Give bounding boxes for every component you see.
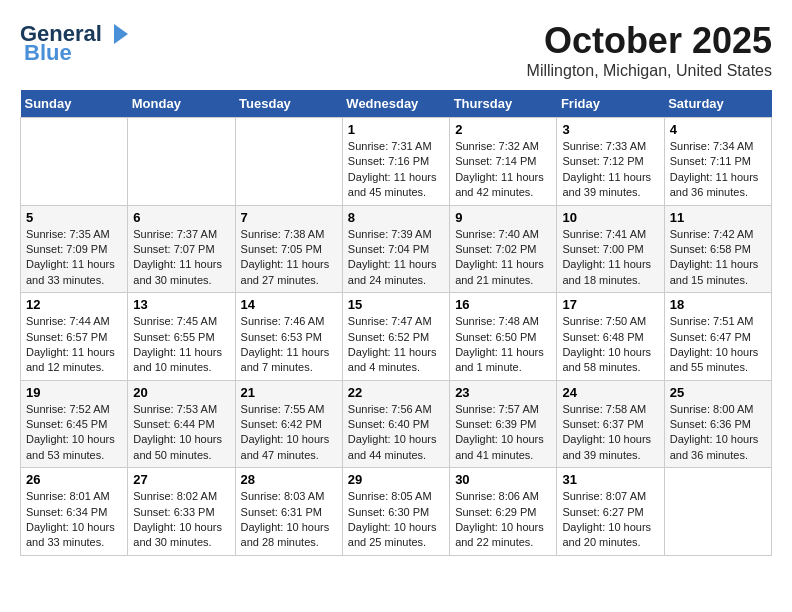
cell-content: Sunrise: 7:48 AM Sunset: 6:50 PM Dayligh…	[455, 314, 551, 376]
calendar-cell: 13Sunrise: 7:45 AM Sunset: 6:55 PM Dayli…	[128, 293, 235, 381]
cell-content: Sunrise: 7:50 AM Sunset: 6:48 PM Dayligh…	[562, 314, 658, 376]
calendar-cell: 23Sunrise: 7:57 AM Sunset: 6:39 PM Dayli…	[450, 380, 557, 468]
calendar-cell: 22Sunrise: 7:56 AM Sunset: 6:40 PM Dayli…	[342, 380, 449, 468]
cell-content: Sunrise: 7:32 AM Sunset: 7:14 PM Dayligh…	[455, 139, 551, 201]
day-header-saturday: Saturday	[664, 90, 771, 118]
cell-content: Sunrise: 8:07 AM Sunset: 6:27 PM Dayligh…	[562, 489, 658, 551]
cell-content: Sunrise: 7:46 AM Sunset: 6:53 PM Dayligh…	[241, 314, 337, 376]
day-number: 30	[455, 472, 551, 487]
day-number: 8	[348, 210, 444, 225]
day-number: 22	[348, 385, 444, 400]
calendar-week-5: 26Sunrise: 8:01 AM Sunset: 6:34 PM Dayli…	[21, 468, 772, 556]
cell-content: Sunrise: 7:39 AM Sunset: 7:04 PM Dayligh…	[348, 227, 444, 289]
cell-content: Sunrise: 7:35 AM Sunset: 7:09 PM Dayligh…	[26, 227, 122, 289]
cell-content: Sunrise: 7:53 AM Sunset: 6:44 PM Dayligh…	[133, 402, 229, 464]
calendar-cell: 28Sunrise: 8:03 AM Sunset: 6:31 PM Dayli…	[235, 468, 342, 556]
day-number: 9	[455, 210, 551, 225]
calendar-cell: 1Sunrise: 7:31 AM Sunset: 7:16 PM Daylig…	[342, 118, 449, 206]
calendar-week-2: 5Sunrise: 7:35 AM Sunset: 7:09 PM Daylig…	[21, 205, 772, 293]
day-number: 4	[670, 122, 766, 137]
day-number: 16	[455, 297, 551, 312]
day-number: 14	[241, 297, 337, 312]
cell-content: Sunrise: 8:06 AM Sunset: 6:29 PM Dayligh…	[455, 489, 551, 551]
day-number: 27	[133, 472, 229, 487]
day-number: 28	[241, 472, 337, 487]
calendar-cell: 6Sunrise: 7:37 AM Sunset: 7:07 PM Daylig…	[128, 205, 235, 293]
day-number: 11	[670, 210, 766, 225]
calendar-cell: 12Sunrise: 7:44 AM Sunset: 6:57 PM Dayli…	[21, 293, 128, 381]
calendar-cell: 7Sunrise: 7:38 AM Sunset: 7:05 PM Daylig…	[235, 205, 342, 293]
day-number: 1	[348, 122, 444, 137]
day-number: 24	[562, 385, 658, 400]
day-header-sunday: Sunday	[21, 90, 128, 118]
day-number: 23	[455, 385, 551, 400]
day-number: 31	[562, 472, 658, 487]
calendar-week-4: 19Sunrise: 7:52 AM Sunset: 6:45 PM Dayli…	[21, 380, 772, 468]
day-number: 19	[26, 385, 122, 400]
cell-content: Sunrise: 7:47 AM Sunset: 6:52 PM Dayligh…	[348, 314, 444, 376]
calendar-cell: 10Sunrise: 7:41 AM Sunset: 7:00 PM Dayli…	[557, 205, 664, 293]
cell-content: Sunrise: 7:56 AM Sunset: 6:40 PM Dayligh…	[348, 402, 444, 464]
cell-content: Sunrise: 7:40 AM Sunset: 7:02 PM Dayligh…	[455, 227, 551, 289]
calendar-cell: 31Sunrise: 8:07 AM Sunset: 6:27 PM Dayli…	[557, 468, 664, 556]
day-number: 29	[348, 472, 444, 487]
calendar-cell: 3Sunrise: 7:33 AM Sunset: 7:12 PM Daylig…	[557, 118, 664, 206]
calendar-cell: 26Sunrise: 8:01 AM Sunset: 6:34 PM Dayli…	[21, 468, 128, 556]
calendar-cell: 19Sunrise: 7:52 AM Sunset: 6:45 PM Dayli…	[21, 380, 128, 468]
cell-content: Sunrise: 7:51 AM Sunset: 6:47 PM Dayligh…	[670, 314, 766, 376]
day-number: 6	[133, 210, 229, 225]
day-number: 13	[133, 297, 229, 312]
calendar-cell: 15Sunrise: 7:47 AM Sunset: 6:52 PM Dayli…	[342, 293, 449, 381]
calendar: SundayMondayTuesdayWednesdayThursdayFrid…	[20, 90, 772, 556]
calendar-cell: 17Sunrise: 7:50 AM Sunset: 6:48 PM Dayli…	[557, 293, 664, 381]
calendar-week-3: 12Sunrise: 7:44 AM Sunset: 6:57 PM Dayli…	[21, 293, 772, 381]
calendar-cell: 8Sunrise: 7:39 AM Sunset: 7:04 PM Daylig…	[342, 205, 449, 293]
calendar-week-1: 1Sunrise: 7:31 AM Sunset: 7:16 PM Daylig…	[21, 118, 772, 206]
cell-content: Sunrise: 8:03 AM Sunset: 6:31 PM Dayligh…	[241, 489, 337, 551]
day-number: 7	[241, 210, 337, 225]
day-number: 3	[562, 122, 658, 137]
day-number: 20	[133, 385, 229, 400]
day-number: 18	[670, 297, 766, 312]
month-title: October 2025	[527, 20, 772, 62]
day-number: 2	[455, 122, 551, 137]
calendar-cell	[235, 118, 342, 206]
cell-content: Sunrise: 7:41 AM Sunset: 7:00 PM Dayligh…	[562, 227, 658, 289]
cell-content: Sunrise: 7:44 AM Sunset: 6:57 PM Dayligh…	[26, 314, 122, 376]
day-header-thursday: Thursday	[450, 90, 557, 118]
calendar-cell: 18Sunrise: 7:51 AM Sunset: 6:47 PM Dayli…	[664, 293, 771, 381]
day-number: 17	[562, 297, 658, 312]
day-number: 15	[348, 297, 444, 312]
cell-content: Sunrise: 8:01 AM Sunset: 6:34 PM Dayligh…	[26, 489, 122, 551]
calendar-cell: 29Sunrise: 8:05 AM Sunset: 6:30 PM Dayli…	[342, 468, 449, 556]
calendar-cell: 14Sunrise: 7:46 AM Sunset: 6:53 PM Dayli…	[235, 293, 342, 381]
cell-content: Sunrise: 7:38 AM Sunset: 7:05 PM Dayligh…	[241, 227, 337, 289]
day-header-monday: Monday	[128, 90, 235, 118]
calendar-cell: 21Sunrise: 7:55 AM Sunset: 6:42 PM Dayli…	[235, 380, 342, 468]
calendar-header-row: SundayMondayTuesdayWednesdayThursdayFrid…	[21, 90, 772, 118]
location: Millington, Michigan, United States	[527, 62, 772, 80]
logo-text-blue: Blue	[24, 40, 72, 66]
cell-content: Sunrise: 8:05 AM Sunset: 6:30 PM Dayligh…	[348, 489, 444, 551]
cell-content: Sunrise: 7:45 AM Sunset: 6:55 PM Dayligh…	[133, 314, 229, 376]
cell-content: Sunrise: 7:42 AM Sunset: 6:58 PM Dayligh…	[670, 227, 766, 289]
calendar-cell: 30Sunrise: 8:06 AM Sunset: 6:29 PM Dayli…	[450, 468, 557, 556]
day-number: 5	[26, 210, 122, 225]
cell-content: Sunrise: 8:02 AM Sunset: 6:33 PM Dayligh…	[133, 489, 229, 551]
cell-content: Sunrise: 7:57 AM Sunset: 6:39 PM Dayligh…	[455, 402, 551, 464]
day-header-wednesday: Wednesday	[342, 90, 449, 118]
calendar-cell: 20Sunrise: 7:53 AM Sunset: 6:44 PM Dayli…	[128, 380, 235, 468]
page-header: General Blue October 2025 Millington, Mi…	[20, 20, 772, 80]
calendar-cell: 5Sunrise: 7:35 AM Sunset: 7:09 PM Daylig…	[21, 205, 128, 293]
title-area: October 2025 Millington, Michigan, Unite…	[527, 20, 772, 80]
day-header-tuesday: Tuesday	[235, 90, 342, 118]
calendar-cell: 9Sunrise: 7:40 AM Sunset: 7:02 PM Daylig…	[450, 205, 557, 293]
calendar-cell: 2Sunrise: 7:32 AM Sunset: 7:14 PM Daylig…	[450, 118, 557, 206]
cell-content: Sunrise: 8:00 AM Sunset: 6:36 PM Dayligh…	[670, 402, 766, 464]
day-number: 21	[241, 385, 337, 400]
calendar-cell	[21, 118, 128, 206]
calendar-cell: 11Sunrise: 7:42 AM Sunset: 6:58 PM Dayli…	[664, 205, 771, 293]
logo-arrow-icon	[102, 20, 130, 48]
calendar-cell: 25Sunrise: 8:00 AM Sunset: 6:36 PM Dayli…	[664, 380, 771, 468]
day-number: 26	[26, 472, 122, 487]
